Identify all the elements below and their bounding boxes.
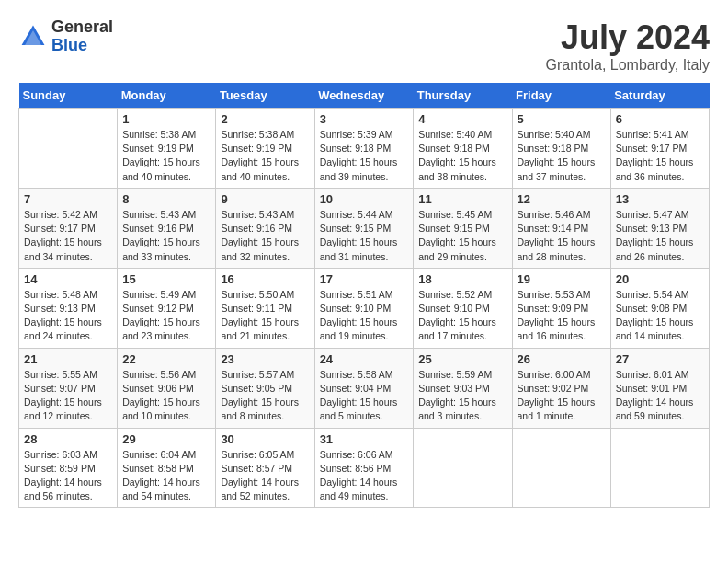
day-info: Sunrise: 5:43 AM Sunset: 9:16 PM Dayligh… [122,208,210,264]
calendar-cell: 13Sunrise: 5:47 AM Sunset: 9:13 PM Dayli… [610,188,709,268]
day-info: Sunrise: 5:45 AM Sunset: 9:15 PM Dayligh… [418,208,506,264]
calendar-cell: 22Sunrise: 5:56 AM Sunset: 9:06 PM Dayli… [118,348,216,428]
calendar-cell [19,109,118,189]
calendar-cell: 11Sunrise: 5:45 AM Sunset: 9:15 PM Dayli… [414,188,512,268]
calendar-cell: 18Sunrise: 5:52 AM Sunset: 9:10 PM Dayli… [414,268,512,348]
day-number: 1 [122,112,210,126]
calendar-cell: 15Sunrise: 5:49 AM Sunset: 9:12 PM Dayli… [118,268,216,348]
day-info: Sunrise: 5:40 AM Sunset: 9:18 PM Dayligh… [518,128,606,184]
title-block: July 2024 Grantola, Lombardy, Italy [546,18,710,74]
day-number: 9 [221,192,309,206]
day-number: 12 [518,192,606,206]
day-number: 14 [24,272,112,286]
calendar-cell: 7Sunrise: 5:42 AM Sunset: 9:17 PM Daylig… [19,188,118,268]
day-info: Sunrise: 5:44 AM Sunset: 9:15 PM Dayligh… [320,208,409,264]
day-info: Sunrise: 5:38 AM Sunset: 9:19 PM Dayligh… [122,128,210,184]
calendar-cell: 25Sunrise: 5:59 AM Sunset: 9:03 PM Dayli… [414,348,512,428]
calendar-cell: 21Sunrise: 5:55 AM Sunset: 9:07 PM Dayli… [19,348,118,428]
day-number: 3 [320,112,409,126]
day-info: Sunrise: 5:40 AM Sunset: 9:18 PM Dayligh… [418,128,506,184]
day-number: 6 [616,112,704,126]
day-info: Sunrise: 5:47 AM Sunset: 9:13 PM Dayligh… [616,208,704,264]
day-info: Sunrise: 5:59 AM Sunset: 9:03 PM Dayligh… [418,368,506,424]
day-info: Sunrise: 5:51 AM Sunset: 9:10 PM Dayligh… [320,288,409,344]
day-number: 28 [24,432,112,446]
calendar-cell: 5Sunrise: 5:40 AM Sunset: 9:18 PM Daylig… [512,109,610,189]
day-number: 26 [518,352,606,366]
calendar-cell: 6Sunrise: 5:41 AM Sunset: 9:17 PM Daylig… [610,109,709,189]
day-number: 7 [24,192,112,206]
calendar-cell: 2Sunrise: 5:38 AM Sunset: 9:19 PM Daylig… [216,109,314,189]
weekday-header: Wednesday [314,83,414,109]
weekday-header: Monday [118,83,216,109]
day-number: 21 [24,352,112,366]
calendar-cell: 27Sunrise: 6:01 AM Sunset: 9:01 PM Dayli… [610,348,709,428]
calendar-cell: 24Sunrise: 5:58 AM Sunset: 9:04 PM Dayli… [314,348,414,428]
day-info: Sunrise: 6:03 AM Sunset: 8:59 PM Dayligh… [24,448,112,504]
page-header: General Blue July 2024 Grantola, Lombard… [18,18,710,74]
logo-icon [18,22,48,52]
day-info: Sunrise: 6:06 AM Sunset: 8:56 PM Dayligh… [320,448,409,504]
calendar-cell [610,428,709,508]
weekday-header: Thursday [414,83,512,109]
weekday-header: Friday [512,83,610,109]
day-info: Sunrise: 6:04 AM Sunset: 8:58 PM Dayligh… [122,448,210,504]
day-info: Sunrise: 5:52 AM Sunset: 9:10 PM Dayligh… [418,288,506,344]
calendar-cell: 30Sunrise: 6:05 AM Sunset: 8:57 PM Dayli… [216,428,314,508]
day-number: 8 [122,192,210,206]
calendar-week-row: 1Sunrise: 5:38 AM Sunset: 9:19 PM Daylig… [19,109,710,189]
calendar-cell: 19Sunrise: 5:53 AM Sunset: 9:09 PM Dayli… [512,268,610,348]
weekday-header-row: SundayMondayTuesdayWednesdayThursdayFrid… [19,83,710,109]
day-number: 27 [616,352,704,366]
logo: General Blue [18,18,113,55]
day-info: Sunrise: 5:48 AM Sunset: 9:13 PM Dayligh… [24,288,112,344]
day-number: 15 [122,272,210,286]
weekday-header: Tuesday [216,83,314,109]
month-year: July 2024 [546,18,710,57]
day-number: 4 [418,112,506,126]
day-info: Sunrise: 5:41 AM Sunset: 9:17 PM Dayligh… [616,128,704,184]
logo-text-general: General [51,18,113,37]
calendar-cell: 14Sunrise: 5:48 AM Sunset: 9:13 PM Dayli… [19,268,118,348]
calendar-cell: 23Sunrise: 5:57 AM Sunset: 9:05 PM Dayli… [216,348,314,428]
day-number: 25 [418,352,506,366]
day-number: 18 [418,272,506,286]
day-number: 30 [221,432,309,446]
day-info: Sunrise: 5:56 AM Sunset: 9:06 PM Dayligh… [122,368,210,424]
day-number: 16 [221,272,309,286]
day-number: 19 [518,272,606,286]
day-info: Sunrise: 6:05 AM Sunset: 8:57 PM Dayligh… [221,448,309,504]
day-info: Sunrise: 5:46 AM Sunset: 9:14 PM Dayligh… [518,208,606,264]
calendar-table: SundayMondayTuesdayWednesdayThursdayFrid… [18,83,710,508]
calendar-cell [414,428,512,508]
calendar-week-row: 7Sunrise: 5:42 AM Sunset: 9:17 PM Daylig… [19,188,710,268]
calendar-cell: 1Sunrise: 5:38 AM Sunset: 9:19 PM Daylig… [118,109,216,189]
day-number: 10 [320,192,409,206]
day-info: Sunrise: 5:55 AM Sunset: 9:07 PM Dayligh… [24,368,112,424]
day-info: Sunrise: 5:49 AM Sunset: 9:12 PM Dayligh… [122,288,210,344]
calendar-cell: 31Sunrise: 6:06 AM Sunset: 8:56 PM Dayli… [314,428,414,508]
calendar-cell: 10Sunrise: 5:44 AM Sunset: 9:15 PM Dayli… [314,188,414,268]
day-info: Sunrise: 5:50 AM Sunset: 9:11 PM Dayligh… [221,288,309,344]
calendar-cell: 4Sunrise: 5:40 AM Sunset: 9:18 PM Daylig… [414,109,512,189]
day-info: Sunrise: 5:54 AM Sunset: 9:08 PM Dayligh… [616,288,704,344]
day-number: 29 [122,432,210,446]
day-info: Sunrise: 5:53 AM Sunset: 9:09 PM Dayligh… [518,288,606,344]
calendar-cell: 9Sunrise: 5:43 AM Sunset: 9:16 PM Daylig… [216,188,314,268]
calendar-week-row: 21Sunrise: 5:55 AM Sunset: 9:07 PM Dayli… [19,348,710,428]
calendar-cell: 17Sunrise: 5:51 AM Sunset: 9:10 PM Dayli… [314,268,414,348]
calendar-cell: 29Sunrise: 6:04 AM Sunset: 8:58 PM Dayli… [118,428,216,508]
day-info: Sunrise: 5:39 AM Sunset: 9:18 PM Dayligh… [320,128,409,184]
weekday-header: Saturday [610,83,709,109]
calendar-week-row: 14Sunrise: 5:48 AM Sunset: 9:13 PM Dayli… [19,268,710,348]
calendar-cell: 28Sunrise: 6:03 AM Sunset: 8:59 PM Dayli… [19,428,118,508]
logo-text-blue: Blue [51,37,113,55]
day-number: 20 [616,272,704,286]
calendar-cell [512,428,610,508]
day-number: 17 [320,272,409,286]
day-info: Sunrise: 5:38 AM Sunset: 9:19 PM Dayligh… [221,128,309,184]
calendar-cell: 26Sunrise: 6:00 AM Sunset: 9:02 PM Dayli… [512,348,610,428]
day-number: 11 [418,192,506,206]
day-info: Sunrise: 6:01 AM Sunset: 9:01 PM Dayligh… [616,368,704,424]
day-number: 2 [221,112,309,126]
